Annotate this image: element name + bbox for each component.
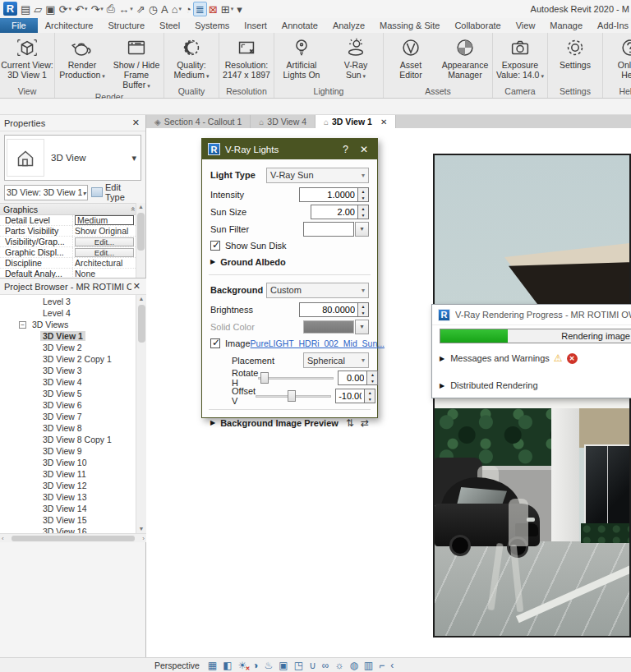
- expand-icon[interactable]: ‹: [390, 660, 394, 671]
- shadows-icon[interactable]: ◑: [252, 660, 258, 671]
- show-sun-disk-checkbox[interactable]: [210, 241, 220, 251]
- property-combo[interactable]: Medium: [75, 215, 134, 225]
- sun-filter-input[interactable]: [303, 222, 354, 237]
- ribbon-tab-architecture[interactable]: Architecture: [38, 18, 101, 33]
- tree-item-3d-view-6[interactable]: 3D View 6: [0, 399, 136, 411]
- project-browser-close-icon[interactable]: [131, 281, 142, 292]
- tree-item-3d-view-12[interactable]: 3D View 12: [0, 480, 136, 491]
- appearance-manager-button[interactable]: AppearanceManager: [438, 35, 492, 80]
- ribbon-tab-add-ins[interactable]: Add-Ins: [590, 18, 631, 33]
- instance-selector[interactable]: 3D View: 3D View 1: [4, 185, 88, 200]
- switch-windows-icon[interactable]: ⊞▾: [219, 2, 235, 16]
- brightness-input[interactable]: [299, 302, 369, 317]
- background-select[interactable]: Custom: [266, 283, 369, 298]
- preview-swap-icon[interactable]: ⇄: [361, 417, 369, 429]
- placement-select[interactable]: Spherical: [303, 352, 369, 368]
- section-icon[interactable]: ◔: [183, 2, 193, 16]
- quality-button[interactable]: Quality:Medium: [164, 35, 219, 81]
- ribbon-tab-massing-site[interactable]: Massing & Site: [372, 18, 447, 33]
- view-tab-3d-view-1[interactable]: ⌂3D View 1: [316, 115, 396, 128]
- thin-lines-icon[interactable]: ≣: [193, 2, 207, 16]
- tree-item-3d-view-15[interactable]: 3D View 15: [0, 514, 136, 526]
- view-tab-3d-view-4[interactable]: ⌂3D View 4: [251, 115, 316, 128]
- tree-item-3d-view-14[interactable]: 3D View 14: [0, 503, 136, 514]
- preview-update-icon[interactable]: ⇅: [346, 417, 354, 429]
- property-value[interactable]: Edit...: [72, 247, 136, 257]
- rotate-h-stepper[interactable]: [367, 371, 378, 385]
- default-3d-view-icon[interactable]: ⌂▾: [170, 2, 183, 16]
- view-tab-close-icon[interactable]: [375, 117, 387, 127]
- render-production-button[interactable]: RenderProduction: [55, 35, 109, 81]
- tree-item-level-3[interactable]: Level 3: [0, 296, 136, 307]
- view-scale-label[interactable]: Perspective: [154, 660, 200, 670]
- ribbon-tab-file[interactable]: File: [0, 18, 38, 33]
- browser-hscrollbar[interactable]: ‹›: [0, 533, 146, 542]
- sun-size-input[interactable]: [311, 205, 369, 219]
- vray-lights-titlebar[interactable]: R V-Ray Lights ? ✕: [202, 139, 377, 159]
- save-icon[interactable]: ▣: [44, 2, 57, 16]
- progress-titlebar[interactable]: R V-Ray Rendering Progress - MR ROTIMI O…: [432, 305, 631, 325]
- collapse-icon[interactable]: «: [129, 206, 137, 211]
- ribbon-tab-structure[interactable]: Structure: [100, 18, 152, 33]
- sun-filter-dropdown[interactable]: [355, 222, 369, 237]
- tree-item-3d-view-11[interactable]: 3D View 11: [0, 468, 136, 480]
- close-inactive-views-icon[interactable]: ⊠: [207, 2, 219, 16]
- edit-type-button[interactable]: Edit Type: [91, 184, 141, 200]
- edit-button[interactable]: Edit...: [75, 248, 134, 257]
- image-checkbox[interactable]: [210, 338, 220, 348]
- measure-icon[interactable]: ↔▾: [117, 2, 135, 16]
- tree-item-3d-view-7[interactable]: 3D View 7: [0, 411, 136, 422]
- tree-item-3d-view-2-copy-1[interactable]: 3D View 2 Copy 1: [0, 353, 136, 365]
- temporary-hide-isolate-icon[interactable]: ∞: [322, 660, 329, 671]
- browser-scrollbar[interactable]: ▲▼: [136, 295, 146, 533]
- messages-warnings-label[interactable]: Messages and Warnings: [450, 353, 550, 363]
- type-selector-dropdown-icon[interactable]: [131, 153, 140, 163]
- tree-item-3d-view-8[interactable]: 3D View 8: [0, 422, 136, 434]
- customize-qat-icon[interactable]: ▾: [235, 2, 244, 16]
- aligned-dimension-icon[interactable]: ⇗: [135, 2, 147, 16]
- property-value[interactable]: Edit...: [72, 237, 136, 246]
- ui-panels-icon[interactable]: ▤: [19, 2, 32, 16]
- redo-icon[interactable]: ↷▾: [89, 2, 104, 16]
- ribbon-tab-collaborate[interactable]: Collaborate: [447, 18, 508, 33]
- intensity-input[interactable]: [299, 187, 369, 202]
- tree-item-3d-view-13[interactable]: 3D View 13: [0, 491, 136, 503]
- show-crop-region-icon[interactable]: ◳: [294, 660, 303, 671]
- ribbon-tab-analyze[interactable]: Analyze: [325, 18, 372, 33]
- ribbon-tab-insert[interactable]: Insert: [237, 18, 274, 33]
- property-value[interactable]: Medium: [72, 215, 136, 225]
- current-view-button[interactable]: Current View:3D View 1: [0, 35, 54, 80]
- visual-style-icon[interactable]: ◧: [223, 660, 232, 671]
- frame-buffer-button[interactable]: Show / HideFrame Buffer: [109, 35, 164, 91]
- intensity-stepper[interactable]: [358, 187, 369, 202]
- brightness-stepper[interactable]: [358, 302, 369, 317]
- distributed-expander-icon[interactable]: [440, 382, 444, 389]
- property-value[interactable]: Architectural: [72, 258, 136, 268]
- offset-v-slider[interactable]: [256, 389, 331, 403]
- artificial-lights-button[interactable]: ArtificialLights On: [274, 35, 329, 80]
- tree-item-3d-view-16[interactable]: 3D View 16: [0, 526, 136, 533]
- dialog-help-button[interactable]: ?: [339, 144, 352, 155]
- undo-icon[interactable]: ↶▾: [73, 2, 89, 16]
- reveal-constraints-icon[interactable]: ⌐: [379, 660, 385, 671]
- crop-view-icon[interactable]: ▣: [279, 660, 288, 671]
- tree-expander-icon[interactable]: −: [19, 321, 26, 329]
- show-rendering-dialog-icon[interactable]: ♨: [265, 660, 274, 671]
- light-type-select[interactable]: V-Ray Sun: [266, 168, 369, 183]
- properties-close-icon[interactable]: [131, 117, 141, 128]
- view-tab-section-4-callout-1[interactable]: ◈Section 4 - Callout 1: [146, 115, 251, 128]
- tree-item-3d-views[interactable]: −3D Views: [0, 319, 136, 330]
- tree-item-3d-view-9[interactable]: 3D View 9: [0, 445, 136, 457]
- tree-item-3d-view-8-copy-1[interactable]: 3D View 8 Copy 1: [0, 434, 136, 445]
- messages-expander-icon[interactable]: [440, 355, 444, 362]
- asset-editor-button[interactable]: AssetEditor: [384, 35, 438, 80]
- settings-button[interactable]: Settings: [548, 35, 602, 70]
- ribbon-tab-systems[interactable]: Systems: [187, 18, 237, 33]
- tree-item-3d-view-10[interactable]: 3D View 10: [0, 457, 136, 468]
- tree-item-level-4[interactable]: Level 4: [0, 307, 136, 319]
- ribbon-tab-steel[interactable]: Steel: [152, 18, 187, 33]
- property-value[interactable]: Show Original: [72, 226, 136, 236]
- distributed-rendering-label[interactable]: Distributed Rendering: [450, 380, 537, 390]
- tree-item-3d-view-5[interactable]: 3D View 5: [0, 388, 136, 399]
- tree-item-3d-view-2[interactable]: 3D View 2: [0, 342, 136, 353]
